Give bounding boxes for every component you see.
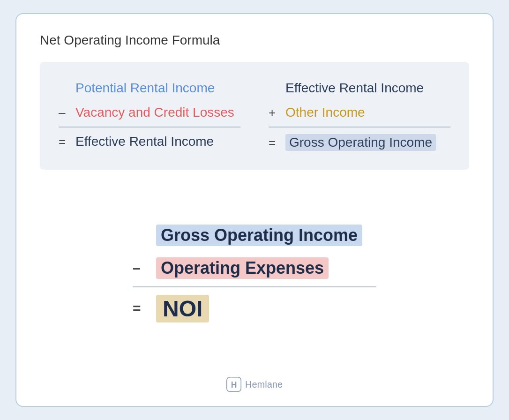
- left-op-1: [59, 81, 75, 96]
- potential-rental-income: Potential Rental Income: [75, 81, 215, 96]
- noi-term: NOI: [156, 295, 209, 322]
- left-row-2: – Vacancy and Credit Losses: [59, 100, 240, 128]
- effective-rental-income-left: Effective Rental Income: [75, 134, 214, 149]
- operating-expenses: Operating Expenses: [156, 257, 329, 279]
- noi-row: = NOI: [133, 289, 376, 328]
- right-op-2: +: [269, 105, 285, 120]
- right-op-3: =: [269, 135, 285, 150]
- bottom-op-2: –: [133, 260, 156, 276]
- hemlane-logo: H Hemlane: [226, 377, 283, 392]
- right-row-2: + Other Income: [269, 100, 450, 128]
- main-card: Net Operating Income Formula Potential R…: [15, 13, 494, 407]
- bottom-op-1: [133, 227, 156, 243]
- bottom-row-2: – Operating Expenses: [133, 252, 376, 287]
- left-column: Potential Rental Income – Vacancy and Cr…: [59, 76, 254, 156]
- left-row-3: = Effective Rental Income: [59, 129, 240, 154]
- svg-text:H: H: [231, 380, 237, 390]
- right-op-1: [269, 81, 285, 96]
- footer: H Hemlane: [40, 363, 469, 392]
- bottom-op-3: =: [133, 300, 156, 316]
- bottom-formula-section: Gross Operating Income – Operating Expen…: [40, 174, 469, 363]
- right-row-1: Effective Rental Income: [269, 76, 450, 100]
- top-formula-section: Potential Rental Income – Vacancy and Cr…: [40, 62, 469, 170]
- right-column: Effective Rental Income + Other Income =…: [254, 76, 450, 156]
- other-income: Other Income: [285, 105, 365, 120]
- page-title: Net Operating Income Formula: [40, 33, 469, 48]
- hemlane-brand-name: Hemlane: [245, 379, 283, 390]
- gross-operating-income-bottom: Gross Operating Income: [156, 225, 362, 246]
- vacancy-credit-losses: Vacancy and Credit Losses: [75, 105, 234, 120]
- left-row-1: Potential Rental Income: [59, 76, 240, 100]
- left-op-3: =: [59, 135, 75, 149]
- bottom-row-1: Gross Operating Income: [133, 219, 376, 252]
- hemlane-icon: H: [226, 377, 241, 392]
- right-row-3: = Gross Operating Income: [269, 129, 450, 156]
- gross-operating-income-top: Gross Operating Income: [285, 134, 436, 151]
- effective-rental-income-right: Effective Rental Income: [285, 81, 424, 96]
- left-op-2: –: [59, 105, 75, 120]
